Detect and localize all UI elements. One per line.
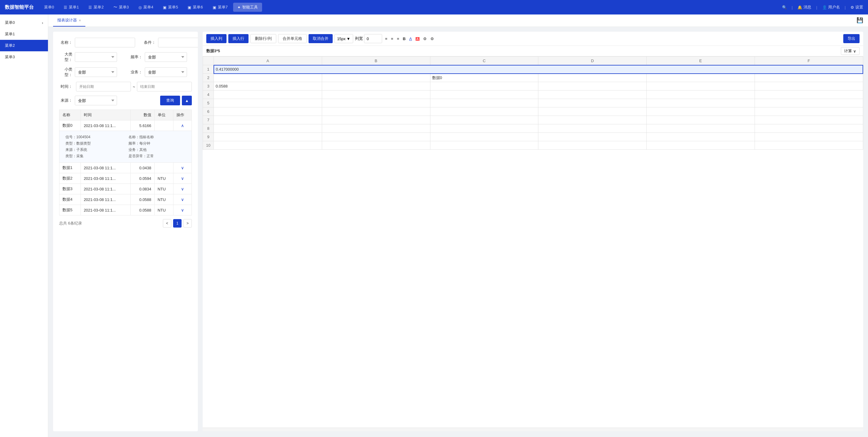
cell-action[interactable]: ∨ [173,205,191,215]
expand-btn[interactable]: ∨ [181,208,184,212]
cell-r9-c2[interactable] [430,133,538,141]
cell-r5-c4[interactable] [647,99,755,108]
cell-action[interactable]: ∧ [173,120,191,131]
source-select[interactable]: 全部 [75,96,117,105]
insert-row-btn[interactable]: 插入行 [228,34,249,43]
cell-r10-c3[interactable] [538,141,647,150]
cell-r4-c5[interactable] [754,91,863,99]
business-select[interactable]: 全部 [145,67,187,77]
frequency-select[interactable]: 全部 [145,52,187,62]
cell-r7-c1[interactable] [322,116,430,124]
sidebar-item-menu1[interactable]: 菜单1 [0,28,48,40]
nav-item-menu5[interactable]: ▣ 菜单5 [159,3,182,12]
align-left-btn[interactable]: ≡ [384,36,389,42]
cell-r3-c1[interactable] [322,82,430,91]
cell-r8-c2[interactable] [430,124,538,133]
font-size-select-group[interactable]: 15px ▼ [335,34,353,43]
bg-color-btn[interactable]: A [414,36,421,42]
cell-r7-c3[interactable] [538,116,647,124]
cell-r8-c5[interactable] [754,124,863,133]
horizontal-scrollbar[interactable] [203,428,863,431]
cell-r3-c3[interactable] [538,82,647,91]
font-color-btn[interactable]: A [408,36,413,42]
cell-r8-c3[interactable] [538,124,647,133]
cell-r5-c3[interactable] [538,99,647,108]
cell-r3-c2[interactable] [430,82,538,91]
nav-item-menu1[interactable]: ☰ 菜单1 [59,3,83,12]
cell-r5-c5[interactable] [754,99,863,108]
cell-r3-c4[interactable] [647,82,755,91]
cell-r2-c3[interactable] [538,74,647,82]
page-next-btn[interactable]: > [183,219,192,228]
expand-btn[interactable]: ∨ [181,186,184,191]
cell-action[interactable]: ∨ [173,163,191,173]
cell-r8-c1[interactable] [322,124,430,133]
align-center-btn[interactable]: ≡ [390,36,395,42]
minor-type-select[interactable]: 全部 [75,67,117,77]
tab-close-icon[interactable]: × [79,18,81,23]
cell-r2-c2[interactable]: 数据0 [430,74,538,82]
tab-report-designer[interactable]: 报表设计器 × [53,14,85,27]
cell-r2-c1[interactable] [322,74,430,82]
cell-r3-c0[interactable]: 0.0588 [214,82,322,91]
delete-row-col-btn[interactable]: 删除行/列 [250,34,276,43]
export-btn[interactable]: 导出 [843,34,860,43]
cell-r4-c4[interactable] [647,91,755,99]
nav-item-menu4[interactable]: ◎ 菜单4 [134,3,157,12]
nav-item-menu2[interactable]: ☰ 菜单2 [84,3,108,12]
cell-action[interactable]: ∨ [173,173,191,184]
cell-r1-c0[interactable]: 0.417000000 [214,65,863,74]
cell-r6-c2[interactable] [430,108,538,116]
cell-r4-c2[interactable] [430,91,538,99]
expand-btn[interactable]: ∨ [181,165,184,170]
condition-input[interactable] [158,38,198,48]
cell-r6-c3[interactable] [538,108,647,116]
cell-r4-c1[interactable] [322,91,430,99]
cell-r7-c2[interactable] [430,116,538,124]
nav-item-menu7[interactable]: ▣ 菜单7 [208,3,232,12]
cell-r10-c1[interactable] [322,141,430,150]
nav-item-menu3[interactable]: 〜 菜单3 [109,3,133,12]
sidebar-item-menu2[interactable]: 菜单2 [0,40,48,51]
cell-r5-c1[interactable] [322,99,430,108]
nav-item-menu0[interactable]: 菜单0 [40,3,58,12]
cell-r10-c5[interactable] [754,141,863,150]
cell-r9-c0[interactable] [214,133,322,141]
cell-r2-c5[interactable] [754,74,863,82]
cell-r10-c2[interactable] [430,141,538,150]
cell-r8-c4[interactable] [647,124,755,133]
query-button[interactable]: 查询 [160,96,180,105]
expand-btn[interactable]: ∨ [181,197,184,202]
cell-r7-c4[interactable] [647,116,755,124]
cell-r4-c3[interactable] [538,91,647,99]
expand-btn[interactable]: ∧ [181,123,184,128]
cell-action[interactable]: ∨ [173,184,191,194]
expand-btn[interactable]: ∨ [181,176,184,181]
cell-r8-c0[interactable] [214,124,322,133]
nav-item-smart-tools[interactable]: ✦ 智能工具 [233,3,262,12]
cell-r9-c5[interactable] [754,133,863,141]
user-btn[interactable]: 👤 用户名 [822,4,840,10]
storage-icon[interactable]: 💾 [857,17,863,24]
page-current-btn[interactable]: 1 [173,219,182,228]
cell-r7-c5[interactable] [754,116,863,124]
cell-r3-c5[interactable] [754,82,863,91]
cell-action[interactable]: ∨ [173,194,191,205]
merge-cells-btn[interactable]: 合并单元格 [278,34,307,43]
cell-r5-c0[interactable] [214,99,322,108]
collapse-button[interactable]: ▲ [182,96,192,105]
cell-r9-c1[interactable] [322,133,430,141]
cell-r9-c4[interactable] [647,133,755,141]
cell-r2-c0[interactable] [214,74,322,82]
cell-r10-c0[interactable] [214,141,322,150]
bold-btn[interactable]: B [401,36,407,42]
cell-r4-c0[interactable] [214,91,322,99]
calc-button[interactable]: 计算 ∨ [841,47,860,55]
format-btn1[interactable]: ⚙ [422,36,428,42]
nav-item-menu6[interactable]: ▣ 菜单6 [183,3,207,12]
cell-r6-c0[interactable] [214,108,322,116]
cell-r6-c1[interactable] [322,108,430,116]
page-prev-btn[interactable]: < [163,219,171,228]
cell-r10-c4[interactable] [647,141,755,150]
col-width-input[interactable] [364,34,382,43]
